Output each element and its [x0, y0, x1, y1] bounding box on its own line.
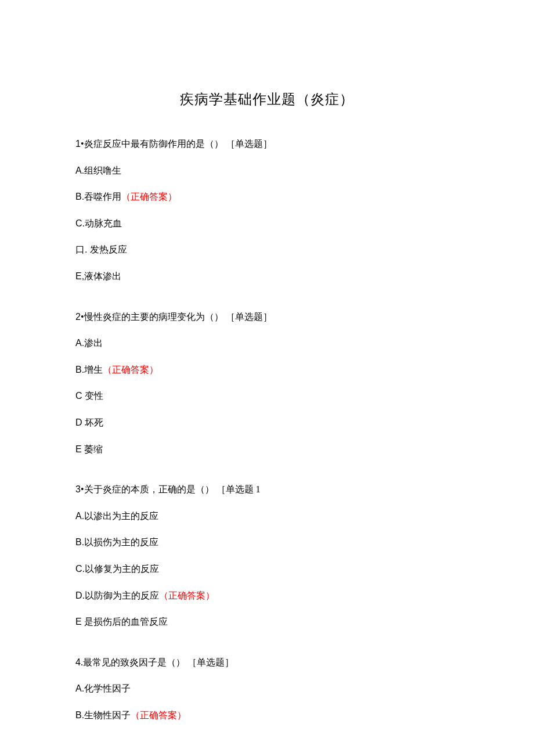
option-row: B.增生（正确答案） [75, 362, 459, 377]
question-number: 1 [75, 139, 81, 149]
option-label: A. [75, 683, 84, 693]
option-text: 变性 [85, 391, 103, 401]
option-label: E [75, 444, 84, 454]
option-text: 化学性因子 [84, 683, 131, 693]
option-text: 以渗出为主的反应 [84, 511, 158, 521]
option-text: 生物性因子 [84, 710, 131, 720]
questions-list: 1•炎症反应中最有防御作用的是（） ［单选题］A.组织噜生B.吞噬作用（正确答案… [75, 136, 459, 722]
option-text: 吞噬作用 [84, 192, 121, 201]
option-text: 萎缩 [84, 444, 103, 454]
option-row: D.以防御为主的反应（正确答案） [75, 588, 459, 603]
option-row: C.动脉充血 [75, 216, 459, 231]
option-text: 发热反应 [90, 244, 127, 254]
option-label: C [75, 391, 85, 401]
question-body: 关于炎症的本质，正确的是（） ［单选题 1 [84, 484, 261, 494]
option-text: 组织噜生 [84, 165, 121, 175]
question-block: 1•炎症反应中最有防御作用的是（） ［单选题］A.组织噜生B.吞噬作用（正确答案… [75, 136, 459, 284]
option-row: A.组织噜生 [75, 163, 459, 178]
question-number: 4 [75, 657, 81, 667]
question-text: 3•关于炎症的本质，正确的是（） ［单选题 1 [75, 482, 459, 497]
option-label: 口. [75, 244, 90, 254]
question-text: 1•炎症反应中最有防御作用的是（） ［单选题］ [75, 136, 459, 152]
question-number: 3 [75, 484, 81, 494]
question-body: 炎症反应中最有防御作用的是（） ［单选题］ [84, 139, 272, 149]
question-block: 2•慢性炎症的主要的病理变化为（） ［单选题］A.渗出B.增生（正确答案）C 变… [75, 309, 459, 457]
option-row: B.以损伤为主的反应 [75, 535, 459, 550]
option-row: B.吞噬作用（正确答案） [75, 189, 459, 204]
question-number: 2 [75, 312, 81, 322]
option-label: B. [75, 192, 84, 201]
option-label: A. [75, 165, 84, 175]
option-text: 动脉充血 [85, 218, 122, 228]
option-row: D 坏死 [75, 415, 459, 430]
option-text: 是损伤后的血管反应 [84, 617, 168, 627]
correct-answer-label: （正确答案） [131, 710, 186, 720]
question-text: 4.最常见的致炎因子是（） ［单选题］ [75, 655, 459, 670]
option-text: 以防御为主的反应 [85, 591, 159, 600]
option-text: 增生 [84, 365, 103, 375]
option-row: 口. 发热反应 [75, 242, 459, 257]
option-row: E,液体渗出 [75, 269, 459, 284]
option-row: C.以修复为主的反应 [75, 561, 459, 577]
correct-answer-label: （正确答案） [121, 192, 177, 201]
option-label: C. [75, 564, 85, 574]
question-body: 慢性炎症的主要的病理变化为（） ［单选题］ [84, 312, 272, 322]
option-label: E [75, 617, 84, 627]
option-label: D. [75, 591, 85, 600]
option-text: 坏死 [85, 417, 103, 427]
option-label: D [75, 417, 85, 427]
option-row: A.化学性因子 [75, 681, 459, 696]
option-label: A. [75, 511, 84, 521]
option-row: E 萎缩 [75, 442, 459, 457]
option-row: C 变性 [75, 388, 459, 404]
question-body: 最常见的致炎因子是（） ［单选题］ [83, 657, 234, 667]
option-row: E 是损伤后的血管反应 [75, 614, 459, 629]
option-label: B. [75, 365, 84, 375]
option-row: B.生物性因子（正确答案） [75, 708, 459, 723]
question-block: 4.最常见的致炎因子是（） ［单选题］A.化学性因子B.生物性因子（正确答案） [75, 655, 459, 723]
option-text: 渗出 [84, 338, 103, 348]
page-title: 疾病学基础作业题（炎症） [75, 90, 459, 109]
option-text: 以修复为主的反应 [85, 564, 159, 574]
option-row: A.渗出 [75, 336, 459, 351]
option-text: 液体渗出 [84, 271, 121, 281]
question-block: 3•关于炎症的本质，正确的是（） ［单选题 1A.以渗出为主的反应B.以损伤为主… [75, 482, 459, 629]
option-label: A. [75, 338, 84, 348]
option-text: 以损伤为主的反应 [84, 537, 158, 547]
correct-answer-label: （正确答案） [103, 365, 158, 375]
option-label: B. [75, 710, 84, 720]
option-row: A.以渗出为主的反应 [75, 509, 459, 524]
correct-answer-label: （正确答案） [159, 591, 215, 600]
option-label: E, [75, 271, 84, 281]
option-label: C. [75, 218, 85, 228]
option-label: B. [75, 537, 84, 547]
question-text: 2•慢性炎症的主要的病理变化为（） ［单选题］ [75, 309, 459, 325]
